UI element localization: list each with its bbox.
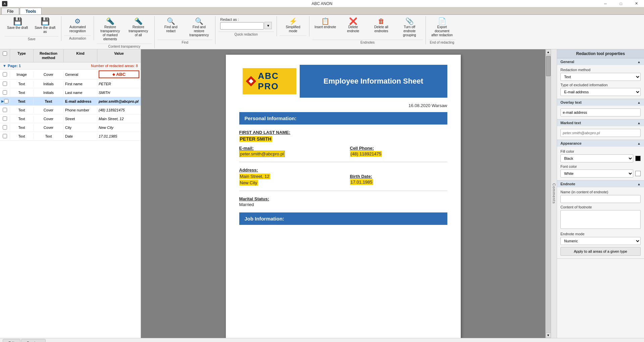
marked-text-input[interactable] [560, 129, 641, 137]
insert-endnote-button[interactable]: 📋 Insert endnote [312, 16, 338, 31]
row-6-checkbox[interactable] [3, 116, 7, 121]
title-bar: A ABC ANON ─ □ ✕ [0, 0, 644, 7]
apply-to-all-button[interactable]: Apply to all areas of a given type [560, 247, 641, 256]
row-4-checkbox[interactable] [4, 99, 8, 103]
redact-as-input[interactable] [220, 22, 264, 30]
row-8-checkbox[interactable] [3, 134, 7, 138]
find-redact-button[interactable]: 🔍 Find and redact [157, 16, 184, 35]
name-highlighted: PETER SMITH [239, 136, 272, 142]
rp-overlay-header[interactable]: Overlay text ▲ [557, 99, 644, 106]
font-color-select[interactable]: White Black [560, 169, 633, 178]
quick-redact-area: Redact as : ▼ [218, 16, 274, 31]
table-row[interactable]: Text Initials Last name SMITH [0, 88, 141, 97]
table-row[interactable]: Image Cover General ◆ ABC [0, 69, 141, 80]
doc-logo-text: ABC PRO [258, 71, 291, 92]
restore-all-label: Restore transparency of all [127, 25, 149, 37]
comments-tab[interactable]: Comments [551, 49, 557, 338]
fill-color-row: Black White [560, 154, 641, 162]
name-value: PETER SMITH [239, 136, 447, 142]
simplified-mode-label: Simplified mode [282, 25, 304, 33]
birth-highlighted: 17.01.1985 [350, 179, 373, 185]
table-row[interactable]: Text Cover Phone number (48) 118921475 [0, 106, 141, 114]
redact-as-label: Redact as : [220, 17, 239, 21]
minimize-button[interactable]: ─ [598, 0, 613, 7]
row-2-kind: First name [64, 81, 97, 87]
scroll-up-arrow[interactable]: ▲ [546, 49, 551, 55]
doc-scroll[interactable]: ABC PRO Employee Information Sheet 16.08… [141, 49, 545, 338]
row-5-checkbox[interactable] [3, 108, 7, 112]
redaction-method-label: Redaction method [560, 68, 641, 72]
scroll-down-arrow[interactable]: ▼ [546, 333, 551, 338]
row-2-checkbox[interactable] [3, 82, 7, 86]
row-7-kind: City [64, 125, 97, 131]
delete-endnote-button[interactable]: ❌ Delete endnote [340, 16, 366, 35]
row-1-checkbox[interactable] [3, 72, 7, 77]
save-draft-button[interactable]: 💾 Save the draft [5, 16, 30, 32]
automated-recognition-button[interactable]: ⚙ Automated recognition [64, 16, 91, 35]
phone-highlighted: (48) 118921475 [350, 151, 382, 157]
row-1-redact: Cover [34, 71, 64, 78]
row-check [0, 107, 10, 113]
address-section: Address: Main Street, 12 New City Birth … [239, 167, 447, 185]
scroll-thumb[interactable] [546, 56, 551, 76]
select-all-checkbox[interactable] [3, 51, 7, 56]
vertical-scrollbar[interactable]: ▲ ▼ [545, 49, 551, 338]
row-5-kind: Phone number [64, 107, 97, 113]
email-label: E-mail: [239, 146, 337, 151]
name-label: FIRST AND LAST NAME: [239, 130, 447, 135]
rp-marked-header[interactable]: Marked text ▲ [557, 119, 644, 126]
restore-marked-button[interactable]: 🔦 Restore transparency of marked element… [97, 16, 123, 43]
save-draft-icon: 💾 [13, 18, 22, 25]
simplified-mode-button[interactable]: ⚡ Simplified mode [280, 16, 306, 35]
excluded-info-label: Type of excluded information [560, 83, 641, 87]
row-3-checkbox[interactable] [3, 90, 7, 95]
page-expand-arrow[interactable]: ▼ [3, 64, 6, 68]
table-row[interactable]: Text Cover City New City [0, 123, 141, 132]
turn-off-endnote-icon: 📎 [405, 18, 414, 25]
tab-edit[interactable]: Edit [3, 339, 20, 342]
ribbon-group-end-redacting: 📄 Export document after redaction End of… [426, 16, 458, 44]
left-panel: Type Redaction method Kind Value ▼ Page:… [0, 49, 141, 338]
table-row[interactable]: Text Initials First name PETER [0, 80, 141, 88]
turn-off-endnote-button[interactable]: 📎 Turn off endnote grouping [396, 16, 423, 39]
restore-all-button[interactable]: 🔦 Restore transparency of all [125, 16, 152, 39]
row-7-redact: Cover [34, 125, 64, 131]
find-restore-button[interactable]: 🔍 Find and restore transparency [186, 16, 212, 39]
fill-color-select[interactable]: Black White [560, 154, 633, 162]
rp-general-header[interactable]: General ▲ [557, 58, 644, 65]
save-draft-as-button[interactable]: 💾 Save the draft as [32, 16, 58, 36]
ribbon-group-automation-label: Automation [64, 36, 91, 40]
ribbon-group-quick-redact-label: Quick redaction [218, 32, 274, 36]
marital-section: Marital Status: Married [239, 196, 447, 207]
row-4-arrow: ▶ [1, 99, 4, 103]
row-6-value: Main Street, 12 [97, 116, 141, 122]
overlay-text-input[interactable] [560, 108, 641, 116]
tab-tools[interactable]: Tools [20, 8, 42, 14]
excluded-info-select[interactable]: E-mail address First name Last name Phon… [560, 88, 641, 96]
close-button[interactable]: ✕ [629, 0, 644, 7]
save-draft-as-label: Save the draft as [34, 26, 56, 34]
rp-endnote-label: Endnote [560, 182, 575, 186]
table-row[interactable]: Text Text Date 17.01.1985 [0, 132, 141, 141]
endnote-name-input[interactable] [560, 195, 641, 203]
endnote-mode-select[interactable]: Numeric Alpha [560, 237, 641, 245]
rp-appearance-header[interactable]: Appearance ▲ [557, 140, 644, 147]
right-panel-title: Redaction tool properties [557, 49, 644, 58]
rp-general-content: Redaction method Text Cover Initials Typ… [557, 65, 644, 99]
table-row[interactable]: Text Cover Street Main Street, 12 [0, 114, 141, 123]
tab-preview[interactable]: Preview [21, 339, 46, 342]
tab-file[interactable]: File [1, 8, 19, 14]
ribbon-group-find-label: Find [157, 40, 212, 44]
redaction-method-select[interactable]: Text Cover Initials [560, 73, 641, 81]
ribbon-group-simplified-label [280, 36, 306, 37]
turn-off-endnote-label: Turn off endnote grouping [398, 25, 420, 37]
endnote-content-textarea[interactable] [560, 210, 641, 229]
maximize-button[interactable]: □ [613, 0, 629, 7]
delete-all-endnotes-button[interactable]: 🗑 Delete all endnotes [368, 16, 395, 35]
export-doc-button[interactable]: 📄 Export document after redaction [429, 16, 455, 39]
row-7-checkbox[interactable] [3, 125, 7, 130]
table-body: Image Cover General ◆ ABC Text Initials … [0, 69, 141, 338]
redact-as-dropdown[interactable]: ▼ [264, 22, 272, 29]
table-row[interactable]: ▶ Text Text E-mail address peter.smith@a… [0, 97, 141, 106]
rp-endnote-header[interactable]: Endnote ▲ [557, 181, 644, 187]
